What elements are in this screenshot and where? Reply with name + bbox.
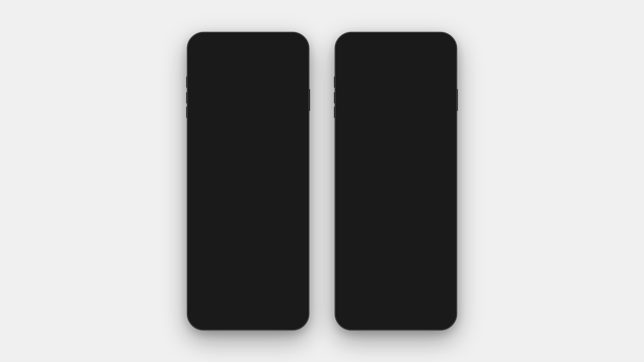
wifi-icon-2 (432, 42, 437, 46)
event-name-1: June Leaderboard Climb (199, 212, 297, 219)
phone-1: 9:41 ‹ Apps (187, 32, 309, 331)
bottom-app-row-1: Mountain Climber Start the Ascent OPEN (190, 232, 306, 253)
phone-2: 9:41 ‹ Apps (335, 32, 457, 331)
events-header: Events T (195, 139, 301, 147)
nav-bar-2[interactable]: ‹ Apps (338, 50, 454, 63)
blurred-app-header: Mountain Climber (338, 63, 454, 79)
events-section-1: Events T HAPPENING NOW (190, 134, 306, 232)
phone-screen-2: 9:41 ‹ Apps (338, 35, 454, 327)
app-subtitle-1: Start the Ascent (231, 77, 301, 82)
chevron-left-icon-1: ‹ (195, 53, 197, 60)
wifi-icon-1 (284, 42, 289, 46)
app-icon-1 (195, 67, 226, 98)
see-all-link[interactable]: T (298, 140, 301, 146)
signal-icon-2 (425, 42, 430, 46)
event-detail-card[interactable]: HAPPENING NOW ✕ CHALLENGE (341, 79, 450, 186)
ratings-section-1: 41K RATINGS 4.7 ★ ★ ★ ★ ★ AWARDS ✦ Edito… (195, 103, 301, 134)
app-header-1: Mountain Climber Start the Ascent OPEN (190, 63, 306, 103)
event-detail-desc: Earn the Top of the Mountain trophy for … (347, 101, 445, 121)
event-detail-image: CHALLENGE June Leaderboard Climb Earn th… (341, 79, 450, 186)
battery-icon-2 (439, 42, 447, 46)
star-rating: ★ ★ ★ ★ ★ (199, 123, 217, 127)
open-button-1[interactable]: OPEN (231, 86, 263, 97)
notify-me-button[interactable]: 🔔 Notify Me (347, 126, 386, 138)
app-info-1: Mountain Climber Start the Ascent OPEN (231, 67, 301, 97)
back-button-2[interactable]: ‹ Apps (343, 53, 358, 60)
status-icons-2 (425, 42, 447, 46)
happening-now-label-1: HAPPENING NOW (195, 150, 301, 154)
rating-item-charts: CHARTS #3 Health & F (275, 107, 301, 130)
editors-choice-icon: ✦ (232, 113, 237, 120)
events-title: Events (195, 139, 216, 147)
back-button-1[interactable]: ‹ Apps (195, 53, 210, 60)
bottom-open-button-1[interactable]: OPEN (276, 237, 301, 247)
battery-icon-1 (291, 42, 299, 46)
bell-button-1[interactable]: 🔔 (287, 160, 298, 171)
status-time-1: 9:41 (197, 41, 207, 47)
bottom-app-info-2: Mountain Climber (360, 195, 397, 200)
notch-2 (372, 35, 419, 45)
event-type-1: CHALLENGE (199, 208, 297, 211)
close-button[interactable]: ✕ (437, 83, 446, 92)
event-desc-1: Ascend the most miles and earn a unique … (199, 220, 297, 225)
status-time-2: 9:41 (345, 41, 355, 47)
signal-icon-1 (277, 42, 283, 46)
bottom-app-row-2: Mountain Climber (338, 187, 454, 208)
nav-back-label-1: Apps (198, 53, 211, 59)
rating-item-score: 41K RATINGS 4.7 ★ ★ ★ ★ ★ (195, 107, 222, 130)
share-button-1[interactable] (294, 67, 301, 77)
svg-point-2 (434, 45, 435, 46)
blurred-app-name: Mountain Climber (343, 65, 449, 74)
nav-bar-1[interactable]: ‹ Apps (190, 50, 306, 63)
bottom-app-info-1: Mountain Climber Start the Ascent (213, 238, 250, 247)
happening-now-badge: HAPPENING NOW (346, 83, 387, 91)
chevron-left-icon-2: ‹ (343, 53, 345, 60)
phone-screen-1: 9:41 ‹ Apps (190, 35, 306, 327)
bottom-app-icon-1 (195, 236, 209, 249)
nav-back-label-2: Apps (346, 53, 358, 59)
rating-item-awards: AWARDS ✦ Editors' Choice Health (222, 107, 248, 130)
bottom-app-icon-2 (343, 191, 357, 204)
svg-point-0 (286, 45, 287, 46)
app-name-1: Mountain Climber (231, 68, 301, 76)
event-overlay-1: CHALLENGE June Leaderboard Climb Ascend … (195, 204, 301, 229)
notch-1 (225, 35, 272, 45)
status-icons-1 (277, 42, 299, 46)
event-card-1[interactable]: 🔔 CHALLENGE June Leaderboard Climb Ascen… (195, 157, 301, 229)
rating-item-age: AGE RATING 9+ Years (248, 107, 275, 130)
